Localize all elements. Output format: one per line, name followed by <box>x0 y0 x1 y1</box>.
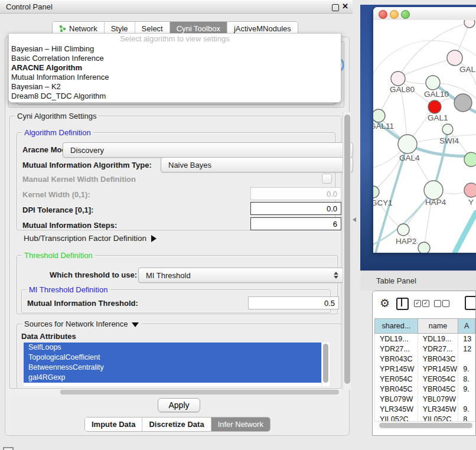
table-cell: 13 <box>458 334 475 344</box>
network-node-gcy1[interactable] <box>373 186 379 198</box>
table-row[interactable]: YDL19...YDL19...13 <box>375 334 475 344</box>
settings-horizontal-scrollbar[interactable] <box>8 389 343 396</box>
table-row[interactable]: YDR27...YDR27...12 <box>375 344 475 354</box>
dpi-tolerance-input[interactable] <box>250 202 341 215</box>
settings-vertical-scrollbar[interactable] <box>343 112 351 390</box>
threshold-definition-title: Threshold Definition <box>22 251 95 260</box>
split-pane-collapse-icon[interactable] <box>353 217 356 222</box>
manual-kernel-label: Manual Kernel Width Definition <box>22 175 136 184</box>
attribute-list-item[interactable]: TopologicalCoefficient <box>24 353 321 363</box>
new-table-icon[interactable] <box>465 296 476 310</box>
network-node-gal10[interactable] <box>426 76 440 90</box>
close-icon[interactable]: ✕ <box>342 2 348 11</box>
network-node-gal[interactable] <box>447 50 462 66</box>
table-row[interactable]: YBL079WYBL079W <box>375 394 475 404</box>
tab-label: Cyni Toolbox <box>177 24 220 33</box>
table-cell: YDR27... <box>418 344 458 354</box>
table-row[interactable]: YBR043CYBR043C <box>375 354 475 364</box>
data-attributes-list[interactable]: SelfLoopsTopologicalCoefficientBetweenne… <box>24 343 330 386</box>
select-all-checkbox-icon[interactable]: ✓ <box>422 300 429 307</box>
node-label: SWI4 <box>439 136 459 145</box>
mac-close-icon[interactable] <box>379 10 387 19</box>
table-cell: YER054C <box>418 374 458 384</box>
network-node-swi4[interactable] <box>442 124 453 135</box>
node-label: GAL11 <box>373 122 394 131</box>
table-row[interactable]: YER054CYER054C8. <box>375 374 475 384</box>
network-node-gal80[interactable] <box>391 71 405 86</box>
deselect-all-checkbox-icon[interactable] <box>442 300 449 307</box>
mi-type-combo[interactable]: Naive Bayes <box>161 157 353 172</box>
network-node[interactable] <box>418 242 430 253</box>
tab-impute-data[interactable]: Impute Data <box>85 418 142 431</box>
network-window-titlebar[interactable] <box>373 7 476 21</box>
column-header-name[interactable]: name <box>418 319 458 334</box>
which-threshold-combo[interactable]: MI Threshold <box>138 268 344 283</box>
hub-definition-toggle[interactable]: Hub/Transcription Factor Definition <box>24 234 157 243</box>
network-canvas[interactable]: GALGAL80GAL10GAL1GAL11GAL4SWI4HAP4GCY1YH… <box>373 20 476 253</box>
network-edge <box>455 213 476 253</box>
attributes-scrollbar[interactable] <box>321 343 330 386</box>
network-icon <box>59 25 66 32</box>
sources-title[interactable]: Sources for Network Inference <box>22 319 141 328</box>
attribute-list-item[interactable]: SelfLoops <box>24 343 321 353</box>
mi-type-label: Mutual Information Algorithm Type: <box>22 161 152 169</box>
network-node-gal1[interactable] <box>428 100 441 113</box>
table-cell: YDR27... <box>375 344 418 354</box>
table-row[interactable]: YBR045CYBR045C9. <box>375 384 475 394</box>
kernel-width-input[interactable] <box>250 187 341 200</box>
deselect-all-checkbox-icon[interactable] <box>434 300 441 307</box>
column-header-shared[interactable]: shared... <box>375 319 418 334</box>
network-node[interactable] <box>454 94 472 112</box>
table-horizontal-scrollbar[interactable] <box>374 421 476 430</box>
gear-icon[interactable]: ⚙ <box>380 296 390 310</box>
node-label: GAL4 <box>399 154 420 162</box>
manual-kernel-checkbox[interactable] <box>322 174 332 184</box>
combo-arrows-icon <box>334 272 338 279</box>
aracne-mode-value: Discovery <box>70 146 104 155</box>
network-node-y[interactable] <box>464 183 476 197</box>
attribute-list-item[interactable]: gal4RGexp <box>24 373 321 383</box>
expand-right-icon <box>151 235 157 242</box>
tab-infer-network[interactable]: Infer Network <box>211 418 270 431</box>
network-node[interactable] <box>464 152 476 167</box>
table-cell: YBL079W <box>418 394 458 404</box>
select-all-checkbox-icon[interactable]: ✓ <box>414 300 421 307</box>
table-row[interactable]: YLR345WYLR345W9. <box>375 404 475 414</box>
apply-button[interactable]: Apply <box>158 398 200 412</box>
attribute-list-item[interactable]: BetweennessCentrality <box>24 363 321 373</box>
mi-steps-input[interactable] <box>250 217 341 230</box>
cyni-bottom-tabbar: Impute DataDiscretize DataInfer Network <box>84 417 270 432</box>
table-row[interactable]: YPR145WYPR145W9. <box>375 364 475 374</box>
collapsed-panel-icon[interactable] <box>3 447 14 450</box>
table-cell: YBR045C <box>418 384 458 394</box>
algorithm-definition-title: Algorithm Definition <box>22 128 93 137</box>
node-label: GAL <box>459 65 476 74</box>
aracne-mode-combo[interactable]: Discovery <box>63 142 353 158</box>
network-node-hap4[interactable] <box>424 181 443 200</box>
network-node-hap2[interactable] <box>397 224 409 236</box>
float-window-icon[interactable] <box>332 4 339 11</box>
tab-discretize-data[interactable]: Discretize Data <box>142 418 211 431</box>
tab-label: jActiveMNodules <box>234 24 291 33</box>
mi-threshold-title: MI Threshold Definition <box>27 285 110 294</box>
application-root: Control Panel ✕ NetworkStyleSelectCyni T… <box>0 0 476 450</box>
network-view-window: GALGAL80GAL10GAL1GAL11GAL4SWI4HAP4GCY1YH… <box>373 7 476 253</box>
algorithm-option[interactable]: Bayesian – Hill Climbing <box>9 44 341 54</box>
algorithm-option[interactable]: ARACNE Algorithm <box>9 63 341 73</box>
network-node[interactable] <box>464 20 475 28</box>
column-header-a[interactable]: A <box>458 319 475 334</box>
mac-minimize-icon[interactable] <box>390 10 399 19</box>
column-layout-icon[interactable] <box>396 298 409 310</box>
algorithm-option[interactable]: Basic Correlation Inference <box>9 54 341 63</box>
mi-threshold-input[interactable] <box>248 296 339 309</box>
network-edge <box>398 58 455 79</box>
algorithm-option[interactable]: Bayesian – K2 <box>9 82 341 92</box>
mac-zoom-icon[interactable] <box>401 10 410 19</box>
network-node-gal11[interactable] <box>373 109 385 122</box>
data-attributes-label: Data Attributes <box>21 332 76 341</box>
network-node-gal4[interactable] <box>398 135 417 154</box>
algorithm-option[interactable]: Mutual Information Inference <box>9 73 341 82</box>
table-cell: YPR145W <box>418 364 458 374</box>
algorithm-option[interactable]: Dream8 DC_TDC Algorithm <box>9 92 341 101</box>
node-attribute-table: shared...nameA YDL19...YDL19...13YDR27..… <box>374 318 475 424</box>
